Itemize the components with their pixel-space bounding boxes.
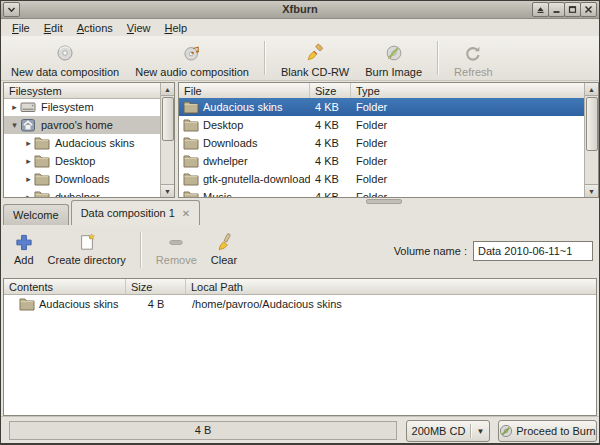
audio-disc-icon [183,41,201,65]
tree-item-filesystem[interactable]: ▸ Filesystem [4,98,161,116]
tab-close-icon[interactable]: ✕ [182,208,190,219]
folder-icon [183,136,199,150]
file-row-gtk-gnutella-downloads[interactable]: gtk-gnutella-downloads 4 KB Folder [179,170,585,188]
main-toolbar: New data composition New audio compositi… [1,36,599,81]
clear-button[interactable]: Clear [204,230,244,267]
close-icon [584,5,593,14]
expander-icon[interactable]: ▸ [23,174,34,184]
volume-name-label: Volume name : [394,245,467,257]
tab-data-composition-1[interactable]: Data composition 1 ✕ [71,200,201,225]
clear-broom-icon [215,231,233,253]
file-list-scrollbar[interactable]: ▲ ▼ [584,83,598,197]
maximize-button[interactable] [564,2,581,17]
folder-icon [183,154,199,168]
expander-icon[interactable]: ▾ [9,120,20,130]
folder-icon [19,297,35,311]
burn-disc-icon [385,41,403,65]
file-list: Audacious skins 4 KB Folder Desktop 4 KB… [179,98,585,198]
toolbar-separator [140,232,142,268]
add-button[interactable]: Add [7,230,41,267]
tab-welcome[interactable]: Welcome [3,204,69,225]
filesystem-panel: Filesystem ▸ Filesystem ▾ pavroo's home [3,82,175,198]
window-title: Xfburn [1,3,599,15]
new-data-composition-button[interactable]: New data composition [3,39,127,80]
file-row-audacious-skins[interactable]: Audacious skins 4 KB Folder [179,98,585,116]
burn-disc-small-icon [499,424,513,438]
contents-row-audacious-skins[interactable]: Audacious skins 4 B /home/pavroo/Audacio… [4,295,596,312]
volume-name-group: Volume name : [394,241,593,261]
folder-icon [34,190,52,198]
toolbar-separator [437,41,439,75]
home-icon [20,117,38,133]
xfburn-window: Xfburn File Edit Actions View Help New d… [0,0,600,445]
file-row-downloads[interactable]: Downloads 4 KB Folder [179,134,585,152]
composition-toolbar: Add Create directory Remove Clear Volume… [1,225,599,278]
shade-icon [536,5,545,14]
file-row-dwhelper[interactable]: dwhelper 4 KB Folder [179,152,585,170]
disc-size-select[interactable]: 200MB CD ▼ [406,420,490,442]
contents-header: Contents Size Local Path [4,279,596,295]
titlebar[interactable]: Xfburn [1,1,599,19]
expander-icon[interactable]: ▸ [23,156,34,166]
filesystem-tree: ▸ Filesystem ▾ pavroo's home ▸ [4,98,161,198]
menu-file[interactable]: File [5,21,37,35]
scroll-up-arrow[interactable]: ▲ [585,83,598,96]
scrollbar-thumb[interactable] [162,97,174,141]
file-row-music[interactable]: Music 4 KB Folder [179,188,585,198]
column-header-size[interactable]: Size [126,279,186,294]
column-header-file[interactable]: File [179,83,310,98]
new-audio-composition-button[interactable]: New audio composition [127,39,257,80]
column-header-contents[interactable]: Contents [4,279,126,294]
filesystem-column-header[interactable]: Filesystem [4,83,161,99]
expander-icon[interactable]: ▸ [23,138,34,148]
statusbar: 4 B 200MB CD ▼ Proceed to Burn [1,416,599,444]
remove-button[interactable]: Remove [149,230,204,267]
menu-edit[interactable]: Edit [37,21,70,35]
folder-icon [34,136,52,150]
scroll-down-arrow[interactable]: ▼ [585,184,598,197]
minimize-button[interactable] [548,2,565,17]
folder-icon [183,100,199,114]
remove-minus-icon [167,231,185,253]
combo-arrow-icon: ▼ [472,427,489,436]
tree-item-audacious-skins[interactable]: ▸ Audacious skins [4,134,161,152]
tree-item-dwhelper[interactable]: ▸ dwhelper [4,188,161,198]
folder-icon [183,190,199,198]
folder-icon [34,172,52,186]
notebook-tabbar: Welcome Data composition 1 ✕ [1,198,599,225]
blank-cdrw-button[interactable]: Blank CD-RW [273,39,357,80]
create-directory-button[interactable]: Create directory [41,230,133,267]
close-button[interactable] [580,2,597,17]
scrollbar-thumb[interactable] [586,97,598,151]
refresh-icon [464,41,482,65]
menu-help[interactable]: Help [157,21,194,35]
folder-icon [183,172,199,186]
tree-item-pavroos-home[interactable]: ▾ pavroo's home [4,116,161,134]
refresh-button[interactable]: Refresh [446,39,501,80]
drive-icon [20,99,38,115]
shade-button[interactable] [532,2,549,17]
eraser-brush-icon [306,41,324,65]
scroll-up-arrow[interactable]: ▲ [161,83,174,96]
burn-image-button[interactable]: Burn Image [357,39,430,80]
column-header-size[interactable]: Size [310,83,351,98]
composition-size-indicator: 4 B [9,421,397,440]
tree-item-downloads[interactable]: ▸ Downloads [4,170,161,188]
proceed-to-burn-button[interactable]: Proceed to Burn [498,420,597,442]
column-header-type[interactable]: Type [351,83,585,98]
menu-view[interactable]: View [120,21,158,35]
expander-icon[interactable]: ▸ [9,102,20,112]
new-folder-icon [78,231,96,253]
data-disc-icon [56,41,74,65]
file-row-desktop[interactable]: Desktop 4 KB Folder [179,116,585,134]
column-header-local-path[interactable]: Local Path [186,279,596,294]
composition-contents-panel: Contents Size Local Path Audacious skins… [3,278,597,416]
menu-actions[interactable]: Actions [70,21,120,35]
scroll-down-arrow[interactable]: ▼ [161,184,174,197]
tree-scrollbar[interactable]: ▲ ▼ [160,83,174,197]
volume-name-input[interactable] [473,241,593,261]
browser-paned: Filesystem ▸ Filesystem ▾ pavroo's home [1,82,599,198]
file-list-header: File Size Type [179,83,585,99]
tree-item-desktop[interactable]: ▸ Desktop [4,152,161,170]
minimize-icon [552,5,561,14]
